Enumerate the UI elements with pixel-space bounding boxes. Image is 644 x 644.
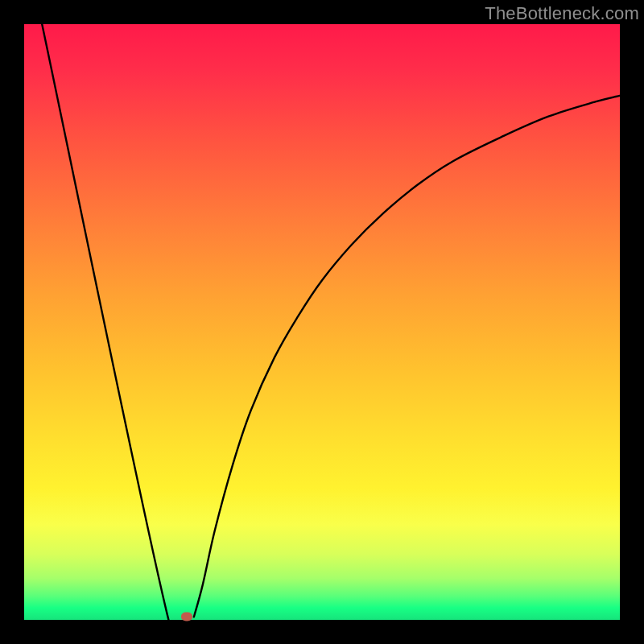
bottleneck-curve-right <box>194 96 620 617</box>
curve-svg <box>24 24 620 620</box>
gradient-plot-area <box>24 24 620 620</box>
chart-frame: TheBottleneck.com <box>0 0 644 644</box>
bottleneck-curve-left <box>42 24 185 620</box>
watermark-text: TheBottleneck.com <box>485 3 639 24</box>
optimal-point-marker <box>181 612 192 621</box>
